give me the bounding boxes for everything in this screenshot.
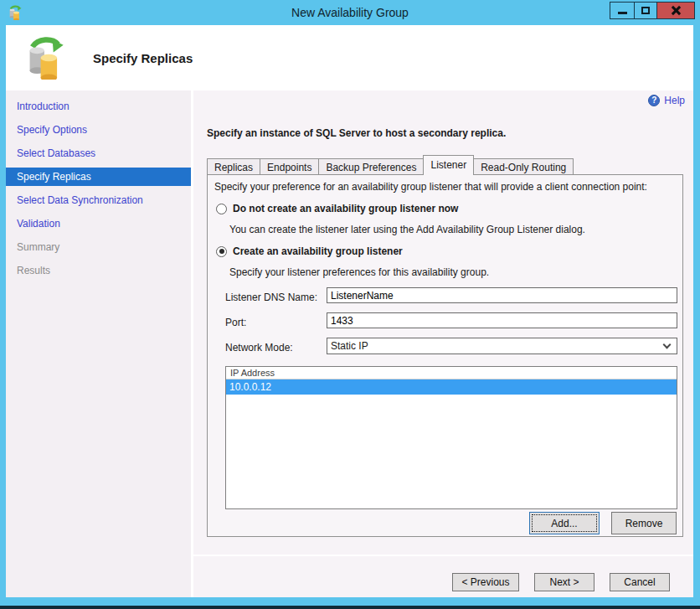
help-label: Help	[664, 95, 685, 106]
listener-dns-name-label: Listener DNS Name:	[225, 292, 317, 303]
port-label: Port:	[225, 317, 246, 328]
radio-selected-icon[interactable]	[216, 246, 227, 257]
next-button[interactable]: Next >	[534, 573, 594, 591]
cancel-button[interactable]: Cancel	[610, 573, 670, 591]
close-button[interactable]	[656, 2, 695, 19]
tab-listener[interactable]: Listener	[423, 155, 474, 175]
ip-address-row-selected[interactable]: 10.0.0.12	[226, 379, 677, 395]
sidebar-item-select-data-synchronization[interactable]: Select Data Synchronization	[6, 191, 191, 209]
sidebar-item-select-databases[interactable]: Select Databases	[6, 144, 191, 163]
window-title: New Availability Group	[0, 0, 700, 25]
sidebar-item-summary: Summary	[6, 238, 191, 256]
sidebar-item-results: Results	[6, 261, 191, 280]
tab-replicas[interactable]: Replicas	[207, 158, 260, 175]
dialog-frame: Specify Replicas Introduction Specify Op…	[6, 25, 693, 597]
network-mode-dropdown[interactable]: Static IP	[327, 338, 677, 354]
window-bottom-edge	[0, 606, 700, 609]
port-input[interactable]	[327, 312, 677, 328]
option-create-listener[interactable]: Create an availability group listener	[216, 245, 403, 257]
option-description: You can create the listener later using …	[229, 224, 585, 235]
help-question-icon: ?	[648, 95, 660, 106]
minimize-icon	[618, 12, 627, 14]
minimize-button[interactable]	[610, 2, 635, 19]
option-description: Specify your listener preferences for th…	[229, 266, 489, 278]
listener-preference-text: Specify your preference for an availabil…	[214, 181, 675, 193]
ip-address-list[interactable]: IP Address 10.0.0.12	[225, 366, 677, 509]
add-button[interactable]: Add...	[529, 512, 600, 534]
network-mode-label: Network Mode:	[225, 342, 293, 354]
page-instruction: Specify an instance of SQL Server to hos…	[207, 127, 506, 139]
previous-button[interactable]: < Previous	[452, 573, 519, 591]
network-mode-value: Static IP	[331, 340, 664, 352]
wizard-body: Introduction Specify Options Select Data…	[6, 90, 693, 597]
database-sync-icon	[26, 36, 64, 80]
ip-address-column-header: IP Address	[226, 367, 677, 379]
sidebar-item-specify-replicas[interactable]: Specify Replicas	[6, 168, 191, 186]
radio-unselected-icon[interactable]	[216, 204, 227, 214]
page-title: Specify Replicas	[93, 51, 193, 65]
sidebar-item-introduction[interactable]: Introduction	[6, 97, 191, 116]
wizard-header: Specify Replicas	[6, 25, 693, 90]
maximize-icon	[641, 7, 650, 14]
tab-backup-preferences[interactable]: Backup Preferences	[318, 158, 424, 175]
sidebar-item-validation[interactable]: Validation	[6, 214, 191, 233]
sidebar-item-specify-options[interactable]: Specify Options	[6, 121, 191, 139]
titlebar: New Availability Group	[0, 0, 700, 25]
tab-read-only-routing[interactable]: Read-Only Routing	[473, 158, 574, 175]
close-icon	[671, 5, 682, 16]
remove-button[interactable]: Remove	[611, 512, 677, 534]
option-label: Create an availability group listener	[233, 245, 403, 257]
ip-list-actions: Add... Remove	[529, 512, 677, 534]
window-controls	[610, 2, 695, 19]
wizard-steps-sidebar: Introduction Specify Options Select Data…	[6, 90, 191, 597]
wizard-navigation: < Previous Next > Cancel	[452, 573, 670, 591]
option-do-not-create-listener[interactable]: Do not create an availability group list…	[216, 203, 458, 214]
chevron-down-icon	[663, 341, 672, 349]
tab-endpoints[interactable]: Endpoints	[260, 158, 319, 175]
new-availability-group-window: New Availability Group Specify Replicas	[0, 0, 700, 609]
footer-divider	[193, 555, 693, 556]
database-sync-icon	[8, 5, 23, 20]
listener-dns-name-input[interactable]	[327, 287, 677, 303]
help-link[interactable]: ? Help	[648, 95, 685, 106]
option-label: Do not create an availability group list…	[233, 203, 458, 214]
tab-strip: Replicas Endpoints Backup Preferences Li…	[207, 155, 573, 175]
listener-tab-panel: Specify your preference for an availabil…	[207, 174, 683, 537]
maximize-button[interactable]	[634, 2, 657, 19]
wizard-content: ? Help Specify an instance of SQL Server…	[193, 90, 693, 597]
